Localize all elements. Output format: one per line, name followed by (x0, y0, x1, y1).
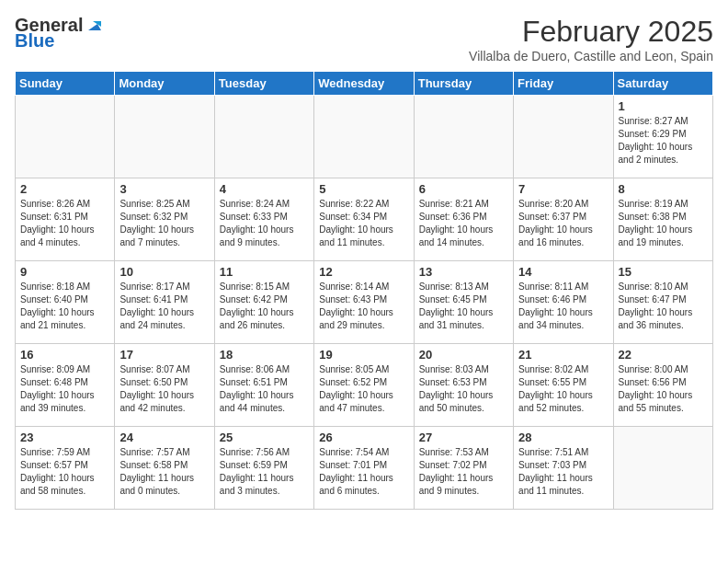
calendar-day-cell: 26Sunrise: 7:54 AM Sunset: 7:01 PM Dayli… (314, 427, 414, 510)
calendar-day-cell: 24Sunrise: 7:57 AM Sunset: 6:58 PM Dayli… (115, 427, 214, 510)
calendar-day-cell: 6Sunrise: 8:21 AM Sunset: 6:36 PM Daylig… (414, 178, 513, 261)
day-number: 4 (220, 182, 309, 196)
day-info: Sunrise: 8:20 AM Sunset: 6:37 PM Dayligh… (518, 198, 608, 249)
weekday-header: Friday (514, 72, 613, 96)
calendar-day-cell: 25Sunrise: 7:56 AM Sunset: 6:59 PM Dayli… (214, 427, 313, 510)
calendar-day-cell: 13Sunrise: 8:13 AM Sunset: 6:45 PM Dayli… (414, 261, 513, 344)
day-info: Sunrise: 8:17 AM Sunset: 6:41 PM Dayligh… (119, 281, 209, 332)
day-number: 13 (419, 265, 508, 279)
day-info: Sunrise: 7:54 AM Sunset: 7:01 PM Dayligh… (319, 446, 408, 498)
calendar-day-cell: 28Sunrise: 7:51 AM Sunset: 7:03 PM Dayli… (514, 427, 613, 510)
calendar-day-cell: 22Sunrise: 8:00 AM Sunset: 6:56 PM Dayli… (613, 344, 712, 427)
day-info: Sunrise: 8:05 AM Sunset: 6:52 PM Dayligh… (319, 363, 408, 415)
day-number: 16 (20, 348, 109, 362)
day-number: 24 (119, 431, 209, 444)
month-title: February 2025 (469, 15, 713, 49)
day-number: 23 (20, 431, 109, 444)
day-info: Sunrise: 8:14 AM Sunset: 6:43 PM Dayligh… (319, 281, 408, 332)
day-info: Sunrise: 8:11 AM Sunset: 6:46 PM Dayligh… (518, 281, 608, 332)
calendar-table: SundayMondayTuesdayWednesdayThursdayFrid… (15, 71, 713, 510)
calendar-day-cell: 4Sunrise: 8:24 AM Sunset: 6:33 PM Daylig… (214, 178, 313, 261)
day-info: Sunrise: 8:10 AM Sunset: 6:47 PM Dayligh… (619, 281, 708, 332)
weekday-header: Sunday (16, 72, 115, 96)
calendar-week-row: 16Sunrise: 8:09 AM Sunset: 6:48 PM Dayli… (16, 344, 713, 427)
calendar-day-cell (613, 427, 712, 510)
weekday-header: Thursday (414, 72, 513, 96)
day-info: Sunrise: 8:26 AM Sunset: 6:31 PM Dayligh… (20, 198, 109, 249)
weekday-header: Tuesday (214, 72, 313, 96)
day-number: 22 (619, 348, 708, 362)
day-number: 14 (518, 265, 608, 279)
calendar-day-cell: 14Sunrise: 8:11 AM Sunset: 6:46 PM Dayli… (514, 261, 613, 344)
day-info: Sunrise: 8:21 AM Sunset: 6:36 PM Dayligh… (419, 198, 508, 249)
day-number: 15 (619, 265, 708, 279)
day-info: Sunrise: 7:53 AM Sunset: 7:02 PM Dayligh… (419, 446, 508, 498)
calendar-day-cell: 11Sunrise: 8:15 AM Sunset: 6:42 PM Dayli… (214, 261, 313, 344)
day-number: 10 (119, 265, 209, 279)
page-header: General Blue February 2025 Villalba de D… (15, 15, 713, 63)
day-number: 28 (518, 431, 608, 444)
day-number: 3 (119, 182, 209, 196)
day-number: 7 (518, 182, 608, 196)
day-info: Sunrise: 7:57 AM Sunset: 6:58 PM Dayligh… (119, 446, 209, 498)
logo-icon (85, 17, 101, 34)
calendar-day-cell (314, 96, 414, 178)
calendar-week-row: 2Sunrise: 8:26 AM Sunset: 6:31 PM Daylig… (16, 178, 713, 261)
title-block: February 2025 Villalba de Duero, Castill… (469, 15, 713, 63)
calendar-day-cell (115, 96, 214, 178)
logo-blue-text: Blue (15, 30, 54, 52)
day-info: Sunrise: 8:22 AM Sunset: 6:34 PM Dayligh… (319, 198, 408, 249)
calendar-day-cell: 2Sunrise: 8:26 AM Sunset: 6:31 PM Daylig… (16, 178, 115, 261)
day-number: 9 (20, 265, 109, 279)
calendar-day-cell: 21Sunrise: 8:02 AM Sunset: 6:55 PM Dayli… (514, 344, 613, 427)
location-subtitle: Villalba de Duero, Castille and Leon, Sp… (469, 49, 713, 63)
day-info: Sunrise: 8:00 AM Sunset: 6:56 PM Dayligh… (619, 363, 708, 415)
calendar-day-cell (514, 96, 613, 178)
weekday-header: Wednesday (314, 72, 414, 96)
day-number: 18 (220, 348, 309, 362)
calendar-week-row: 1Sunrise: 8:27 AM Sunset: 6:29 PM Daylig… (16, 96, 713, 178)
day-number: 25 (220, 431, 309, 444)
calendar-day-cell: 16Sunrise: 8:09 AM Sunset: 6:48 PM Dayli… (16, 344, 115, 427)
day-info: Sunrise: 8:07 AM Sunset: 6:50 PM Dayligh… (119, 363, 209, 415)
calendar-day-cell: 12Sunrise: 8:14 AM Sunset: 6:43 PM Dayli… (314, 261, 414, 344)
day-info: Sunrise: 8:13 AM Sunset: 6:45 PM Dayligh… (419, 281, 508, 332)
calendar-day-cell: 8Sunrise: 8:19 AM Sunset: 6:38 PM Daylig… (613, 178, 712, 261)
day-info: Sunrise: 8:09 AM Sunset: 6:48 PM Dayligh… (20, 363, 109, 415)
day-number: 27 (419, 431, 508, 444)
day-info: Sunrise: 7:51 AM Sunset: 7:03 PM Dayligh… (518, 446, 608, 498)
day-number: 20 (419, 348, 508, 362)
logo: General Blue (15, 15, 101, 52)
day-info: Sunrise: 8:19 AM Sunset: 6:38 PM Dayligh… (619, 198, 708, 249)
day-number: 12 (319, 265, 408, 279)
calendar-day-cell: 19Sunrise: 8:05 AM Sunset: 6:52 PM Dayli… (314, 344, 414, 427)
weekday-header: Saturday (613, 72, 712, 96)
day-number: 6 (419, 182, 508, 196)
calendar-day-cell: 1Sunrise: 8:27 AM Sunset: 6:29 PM Daylig… (613, 96, 712, 178)
weekday-header: Monday (115, 72, 214, 96)
calendar-week-row: 9Sunrise: 8:18 AM Sunset: 6:40 PM Daylig… (16, 261, 713, 344)
day-number: 21 (518, 348, 608, 362)
day-info: Sunrise: 8:24 AM Sunset: 6:33 PM Dayligh… (220, 198, 309, 249)
day-number: 26 (319, 431, 408, 444)
calendar-day-cell: 17Sunrise: 8:07 AM Sunset: 6:50 PM Dayli… (115, 344, 214, 427)
day-info: Sunrise: 8:18 AM Sunset: 6:40 PM Dayligh… (20, 281, 109, 332)
day-number: 17 (119, 348, 209, 362)
calendar-day-cell: 7Sunrise: 8:20 AM Sunset: 6:37 PM Daylig… (514, 178, 613, 261)
day-info: Sunrise: 8:25 AM Sunset: 6:32 PM Dayligh… (119, 198, 209, 249)
calendar-day-cell: 27Sunrise: 7:53 AM Sunset: 7:02 PM Dayli… (414, 427, 513, 510)
calendar-week-row: 23Sunrise: 7:59 AM Sunset: 6:57 PM Dayli… (16, 427, 713, 510)
calendar-day-cell (414, 96, 513, 178)
day-info: Sunrise: 8:27 AM Sunset: 6:29 PM Dayligh… (619, 115, 708, 167)
day-number: 5 (319, 182, 408, 196)
day-info: Sunrise: 7:56 AM Sunset: 6:59 PM Dayligh… (220, 446, 309, 498)
calendar-day-cell: 18Sunrise: 8:06 AM Sunset: 6:51 PM Dayli… (214, 344, 313, 427)
day-info: Sunrise: 7:59 AM Sunset: 6:57 PM Dayligh… (20, 446, 109, 498)
day-number: 1 (619, 99, 708, 113)
calendar-day-cell: 5Sunrise: 8:22 AM Sunset: 6:34 PM Daylig… (314, 178, 414, 261)
calendar-day-cell: 20Sunrise: 8:03 AM Sunset: 6:53 PM Dayli… (414, 344, 513, 427)
calendar-day-cell (214, 96, 313, 178)
day-info: Sunrise: 8:15 AM Sunset: 6:42 PM Dayligh… (220, 281, 309, 332)
day-number: 19 (319, 348, 408, 362)
calendar-day-cell: 9Sunrise: 8:18 AM Sunset: 6:40 PM Daylig… (16, 261, 115, 344)
